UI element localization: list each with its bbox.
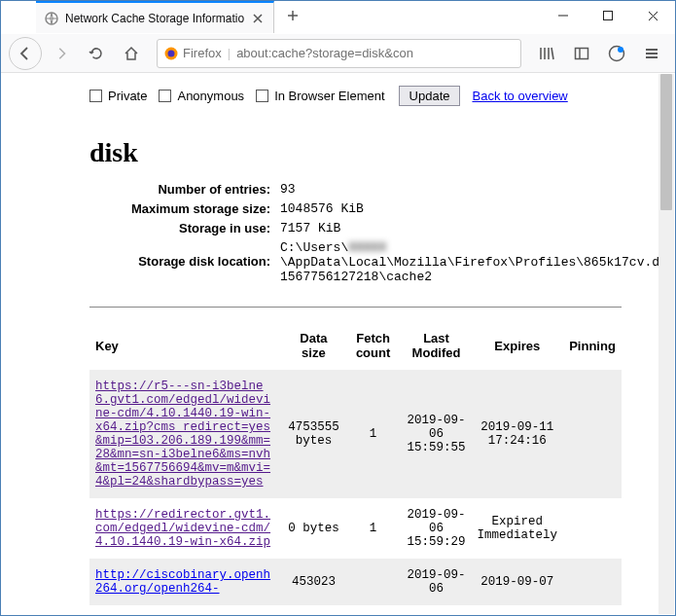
inuse-value: 7157 KiB xyxy=(280,221,340,236)
inbrowser-label: In Browser Element xyxy=(274,89,384,103)
vertical-scrollbar[interactable] xyxy=(658,74,674,614)
table-row: https://r5---sn-i3belne6.gvt1.com/edgedl… xyxy=(89,370,622,498)
maximize-button[interactable] xyxy=(586,1,630,30)
cell-size: 0 bytes xyxy=(282,498,345,559)
entries-value: 93 xyxy=(280,182,296,197)
home-button[interactable] xyxy=(116,38,147,69)
table-row: http://ciscobinary.openh264.org/openh264… xyxy=(89,559,622,605)
meta-row-location: Storage disk location: C:\Users\XXXXX\Ap… xyxy=(89,240,622,284)
location-value: C:\Users\XXXXX\AppData\Local\Mozilla\Fir… xyxy=(280,240,601,284)
cache-entry-link[interactable]: http://ciscobinary.openh264.org/openh264… xyxy=(95,568,270,596)
table-row: https://redirector.gvt1.com/edgedl/widev… xyxy=(89,498,622,559)
cell-key: https://redirector.gvt1.com/edgedl/widev… xyxy=(89,498,282,559)
svg-rect-4 xyxy=(576,48,588,58)
filter-row: Private Anonymous In Browser Element Upd… xyxy=(2,86,658,116)
cell-modified: 2019-09-06 xyxy=(402,559,472,605)
window-controls xyxy=(541,1,675,30)
close-window-button[interactable] xyxy=(630,1,675,30)
meta-row-maxsize: Maximum storage size: 1048576 KiB xyxy=(89,201,622,216)
table-header-row: Key Data size Fetch count Last Modifed E… xyxy=(89,321,622,370)
sidebar-button[interactable] xyxy=(566,38,597,69)
meta-row-inuse: Storage in use: 7157 KiB xyxy=(89,221,622,236)
close-tab-icon[interactable] xyxy=(250,11,266,26)
meta-row-entries: Number of entries: 93 xyxy=(89,182,622,197)
cell-size: 453023 xyxy=(282,559,345,605)
maxsize-label: Maximum storage size: xyxy=(89,201,280,216)
cell-modified: 2019-09-06 15:59:29 xyxy=(402,498,472,559)
svg-point-3 xyxy=(168,50,175,56)
cache-entry-link[interactable]: https://r5---sn-i3belne6.gvt1.com/edgedl… xyxy=(95,380,270,489)
private-checkbox[interactable] xyxy=(89,90,102,102)
forward-button[interactable] xyxy=(46,38,77,69)
reload-button[interactable] xyxy=(81,38,112,69)
back-to-overview-link[interactable]: Back to overview xyxy=(472,89,567,103)
col-key: Key xyxy=(89,321,282,370)
col-datasize: Data size xyxy=(282,321,345,370)
identity-label: Firefox xyxy=(183,46,222,60)
cell-key: https://r5---sn-i3belne6.gvt1.com/edgedl… xyxy=(89,370,282,498)
cell-pinning xyxy=(563,559,622,605)
col-pinning: Pinning xyxy=(563,321,622,370)
location-label: Storage disk location: xyxy=(89,240,280,284)
library-button[interactable] xyxy=(531,38,562,69)
menu-button[interactable] xyxy=(636,38,667,69)
titlebar: Network Cache Storage Informatio xyxy=(1,1,675,34)
col-modified: Last Modifed xyxy=(402,321,472,370)
cell-size: 4753555 bytes xyxy=(282,370,345,498)
entries-label: Number of entries: xyxy=(89,182,280,197)
cell-pinning xyxy=(563,370,622,498)
cell-expires: 2019-09-07 xyxy=(472,559,564,605)
minimize-button[interactable] xyxy=(541,1,586,30)
storage-meta: Number of entries: 93 Maximum storage si… xyxy=(89,182,622,308)
tab-favicon xyxy=(44,11,59,26)
cell-expires: 2019-09-11 17:24:16 xyxy=(472,370,564,498)
back-button[interactable] xyxy=(9,37,42,70)
page-content: Private Anonymous In Browser Element Upd… xyxy=(2,74,658,614)
col-fetch: Fetch count xyxy=(345,321,402,370)
tab-title: Network Cache Storage Informatio xyxy=(65,12,244,25)
svg-rect-1 xyxy=(604,12,613,20)
cache-entry-link[interactable]: https://redirector.gvt1.com/edgedl/widev… xyxy=(95,508,270,549)
url-text: about:cache?storage=disk&con xyxy=(236,46,515,60)
identity-box[interactable]: Firefox xyxy=(163,46,222,61)
scrollbar-thumb[interactable] xyxy=(660,74,672,210)
inuse-label: Storage in use: xyxy=(89,221,280,236)
browser-tab[interactable]: Network Cache Storage Informatio xyxy=(36,1,274,33)
cell-fetch: 1 xyxy=(345,370,402,498)
cell-modified: 2019-09-06 15:59:55 xyxy=(402,370,472,498)
cell-key: http://ciscobinary.openh264.org/openh264… xyxy=(89,559,282,605)
svg-point-6 xyxy=(618,47,623,53)
private-label: Private xyxy=(108,89,147,103)
new-tab-button[interactable] xyxy=(278,1,307,30)
anonymous-label: Anonymous xyxy=(177,89,244,103)
cell-fetch: 1 xyxy=(345,498,402,559)
cache-entries-table: Key Data size Fetch count Last Modifed E… xyxy=(89,321,622,605)
cell-expires: Expired Immediately xyxy=(472,498,564,559)
firefox-icon xyxy=(163,46,179,61)
update-button[interactable]: Update xyxy=(399,86,461,106)
url-bar[interactable]: Firefox | about:cache?storage=disk&con xyxy=(157,39,521,68)
col-expires: Expires xyxy=(472,321,564,370)
nav-toolbar: Firefox | about:cache?storage=disk&con xyxy=(1,34,675,73)
storage-heading: disk xyxy=(89,137,658,168)
cell-pinning xyxy=(563,498,622,559)
account-button[interactable] xyxy=(601,38,632,69)
maxsize-value: 1048576 KiB xyxy=(280,201,364,216)
anonymous-checkbox[interactable] xyxy=(159,90,171,102)
cell-fetch xyxy=(345,559,402,605)
inbrowser-checkbox[interactable] xyxy=(256,90,268,102)
